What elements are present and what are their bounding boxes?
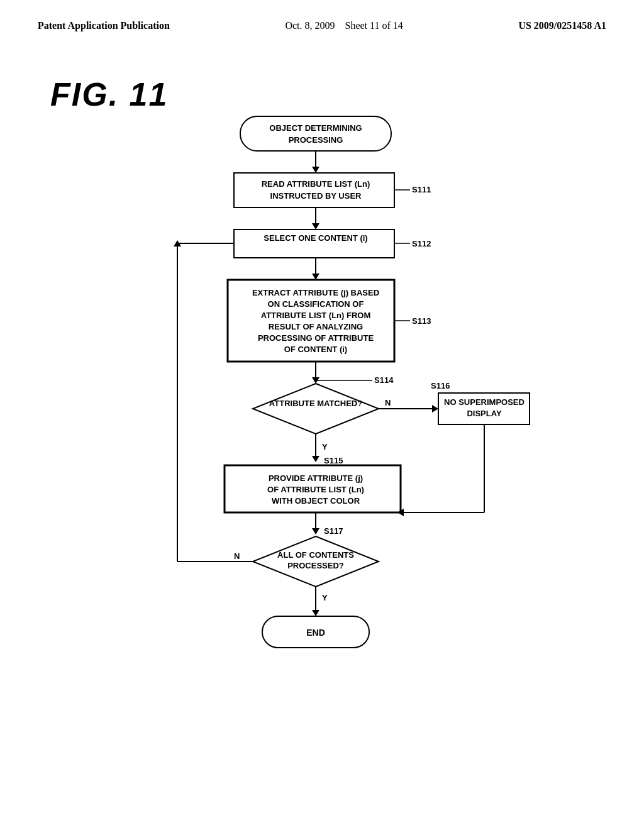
svg-marker-36 (312, 456, 319, 462)
svg-text:RESULT OF ANALYZING: RESULT OF ANALYZING (269, 322, 363, 331)
svg-text:OF ATTRIBUTE LIST (Ln): OF ATTRIBUTE LIST (Ln) (267, 485, 364, 494)
svg-marker-11 (312, 223, 319, 230)
figure-title: FIG. 11 (50, 75, 168, 113)
svg-text:S112: S112 (412, 239, 431, 248)
page-header: Patent Application Publication Oct. 8, 2… (0, 0, 644, 33)
svg-text:WITH OBJECT COLOR: WITH OBJECT COLOR (272, 496, 360, 506)
svg-text:ATTRIBUTE LIST (Ln) FROM: ATTRIBUTE LIST (Ln) FROM (261, 311, 371, 320)
svg-text:PROCESSED?: PROCESSED? (287, 561, 344, 570)
patent-number-label: US 2009/0251458 A1 (518, 19, 606, 33)
svg-text:Y: Y (322, 442, 328, 451)
svg-text:READ ATTRIBUTE LIST (Ln): READ ATTRIBUTE LIST (Ln) (262, 179, 370, 189)
svg-text:END: END (306, 628, 325, 638)
svg-text:S111: S111 (412, 185, 431, 194)
svg-text:EXTRACT ATTRIBUTE (j) BASED: EXTRACT ATTRIBUTE (j) BASED (252, 288, 379, 297)
svg-rect-5 (234, 173, 394, 208)
svg-text:N: N (385, 398, 391, 407)
svg-rect-0 (240, 116, 391, 151)
svg-text:PROCESSING: PROCESSING (289, 135, 343, 145)
svg-marker-32 (253, 384, 379, 434)
svg-marker-67 (312, 610, 319, 616)
date-label: Oct. 8, 2009 (285, 20, 335, 31)
svg-text:N: N (234, 551, 240, 561)
sheet-label: Sheet 11 of 14 (345, 20, 403, 31)
svg-text:PROVIDE ATTRIBUTE (j): PROVIDE ATTRIBUTE (j) (269, 473, 363, 483)
svg-text:OBJECT DETERMINING: OBJECT DETERMINING (269, 123, 362, 133)
date-sheet-label: Oct. 8, 2009 Sheet 11 of 14 (285, 19, 402, 33)
svg-text:S116: S116 (431, 381, 450, 390)
svg-text:ALL OF CONTENTS: ALL OF CONTENTS (277, 550, 354, 560)
svg-text:DISPLAY: DISPLAY (467, 409, 501, 418)
svg-text:OF CONTENT (i): OF CONTENT (i) (284, 345, 347, 354)
svg-text:S113: S113 (412, 316, 431, 326)
svg-marker-56 (312, 528, 319, 534)
svg-text:ATTRIBUTE MATCHED?: ATTRIBUTE MATCHED? (269, 399, 362, 408)
svg-marker-39 (432, 405, 438, 412)
svg-text:INSTRUCTED BY USER: INSTRUCTED BY USER (270, 191, 362, 201)
flowchart-diagram: OBJECT DETERMINING PROCESSING READ ATTRI… (102, 110, 542, 798)
publication-label: Patent Application Publication (38, 19, 170, 33)
svg-text:S117: S117 (324, 526, 343, 536)
svg-text:S115: S115 (324, 456, 343, 465)
svg-text:ON CLASSIFICATION OF: ON CLASSIFICATION OF (268, 299, 364, 309)
svg-text:Y: Y (322, 593, 328, 602)
svg-marker-4 (312, 167, 319, 173)
svg-text:NO SUPERIMPOSED: NO SUPERIMPOSED (444, 397, 525, 407)
svg-text:PROCESSING OF ATTRIBUTE: PROCESSING OF ATTRIBUTE (258, 333, 374, 343)
svg-text:SELECT ONE  CONTENT (i): SELECT ONE CONTENT (i) (264, 233, 367, 243)
svg-text:S114: S114 (374, 375, 394, 385)
